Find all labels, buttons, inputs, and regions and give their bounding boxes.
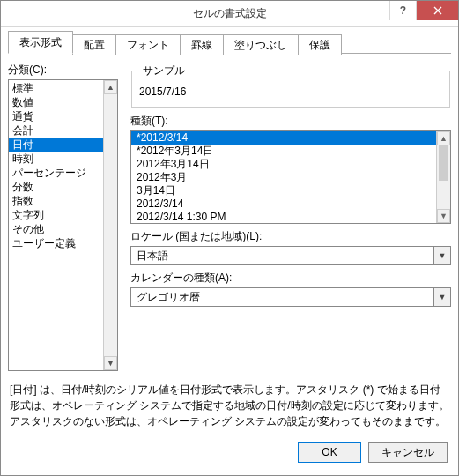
list-item[interactable]: 2012年3月14日 <box>131 158 450 171</box>
category-label: 分類(C): <box>8 63 118 78</box>
close-button[interactable] <box>416 1 458 20</box>
list-item[interactable]: 数値 <box>9 95 117 109</box>
calendar-label: カレンダーの種類(A): <box>130 271 451 286</box>
tab-2[interactable]: フォント <box>115 34 181 55</box>
tab-5[interactable]: 保護 <box>298 34 342 55</box>
list-item[interactable]: 時刻 <box>9 152 117 166</box>
sample-section: サンプル 2015/7/16 <box>130 63 451 108</box>
category-scrollbar[interactable]: ▲ ▼ <box>103 80 117 370</box>
type-label: 種類(T): <box>130 114 451 129</box>
list-item[interactable]: 指数 <box>9 194 117 208</box>
tab-4[interactable]: 塗りつぶし <box>223 34 299 55</box>
dialog-body: 表示形式配置フォント罫線塗りつぶし保護 分類(C): 標準数値通貨会計日付時刻パ… <box>1 27 458 475</box>
list-item[interactable]: ユーザー定義 <box>9 236 117 250</box>
close-icon <box>433 6 442 15</box>
list-item[interactable]: 分数 <box>9 180 117 194</box>
left-pane: 分類(C): 標準数値通貨会計日付時刻パーセンテージ分数指数文字列その他ユーザー… <box>8 63 118 371</box>
list-item[interactable]: 3月14日 <box>131 184 450 197</box>
locale-combo[interactable]: 日本語 ▼ <box>130 246 451 265</box>
tab-bar: 表示形式配置フォント罫線塗りつぶし保護 <box>8 33 451 54</box>
help-button[interactable]: ? <box>389 1 416 20</box>
tab-content: 分類(C): 標準数値通貨会計日付時刻パーセンテージ分数指数文字列その他ユーザー… <box>8 54 451 468</box>
scroll-up-icon[interactable]: ▲ <box>104 80 117 94</box>
type-list[interactable]: *2012/3/14*2012年3月14日2012年3月14日2012年3月3月… <box>130 130 451 224</box>
list-item[interactable]: 2012/3/14 1:30 PM <box>131 211 450 224</box>
list-item[interactable]: 文字列 <box>9 208 117 222</box>
list-item[interactable]: 標準 <box>9 81 117 95</box>
list-item[interactable]: 2012年3月 <box>131 171 450 184</box>
tab-0[interactable]: 表示形式 <box>8 31 73 54</box>
content-upper: 分類(C): 標準数値通貨会計日付時刻パーセンテージ分数指数文字列その他ユーザー… <box>8 63 451 371</box>
tab-3[interactable]: 罫線 <box>180 34 224 55</box>
list-item[interactable]: *2012年3月14日 <box>131 145 450 158</box>
list-item[interactable]: 通貨 <box>9 109 117 123</box>
scroll-down-icon[interactable]: ▼ <box>104 356 117 370</box>
titlebar: セルの書式設定 ? <box>1 1 458 27</box>
calendar-combo[interactable]: グレゴリオ暦 ▼ <box>130 287 451 307</box>
scrollbar-thumb[interactable] <box>439 145 448 181</box>
locale-label: ロケール (国または地域)(L): <box>130 229 451 244</box>
type-scrollbar[interactable]: ▲ ▼ <box>436 131 450 223</box>
ok-button[interactable]: OK <box>298 442 361 463</box>
list-item[interactable]: 日付 <box>9 138 117 152</box>
button-row: OK キャンセル <box>8 429 451 468</box>
list-item[interactable]: その他 <box>9 222 117 236</box>
list-item[interactable]: パーセンテージ <box>9 166 117 180</box>
scroll-up-icon[interactable]: ▲ <box>437 131 450 145</box>
list-item[interactable]: 2012/3/14 <box>131 197 450 211</box>
tab-1[interactable]: 配置 <box>72 34 116 55</box>
locale-value: 日本語 <box>130 246 433 265</box>
chevron-down-icon[interactable]: ▼ <box>433 287 451 307</box>
right-pane: サンプル 2015/7/16 種類(T): *2012/3/14*2012年3月… <box>130 63 451 371</box>
dialog-window: セルの書式設定 ? 表示形式配置フォント罫線塗りつぶし保護 分類(C): 標準数… <box>0 0 459 476</box>
calendar-value: グレゴリオ暦 <box>130 287 433 307</box>
scroll-down-icon[interactable]: ▼ <box>437 209 450 223</box>
dialog-title: セルの書式設定 <box>193 6 267 21</box>
sample-value: 2015/7/16 <box>139 84 442 100</box>
chevron-down-icon[interactable]: ▼ <box>433 246 451 265</box>
list-item[interactable]: *2012/3/14 <box>131 131 450 145</box>
category-list[interactable]: 標準数値通貨会計日付時刻パーセンテージ分数指数文字列その他ユーザー定義 ▲ ▼ <box>8 79 118 371</box>
cancel-button[interactable]: キャンセル <box>368 442 448 463</box>
sample-label: サンプル <box>139 63 189 78</box>
description-text: [日付] は、日付/時刻のシリアル値を日付形式で表示します。アスタリスク (*)… <box>8 371 451 429</box>
titlebar-controls: ? <box>389 1 458 20</box>
list-item[interactable]: 会計 <box>9 123 117 138</box>
